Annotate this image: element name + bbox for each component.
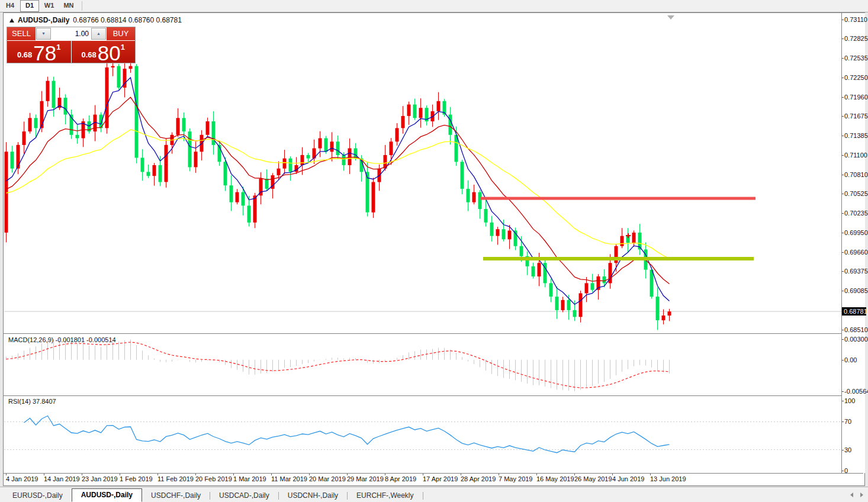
price-axis-label: 0.72250 [844,74,868,81]
rsi-levels [4,421,841,449]
macd-histogram [7,339,670,391]
date-axis-label: 29 Mar 2019 [347,475,384,482]
date-axis-label: 26 May 2019 [574,475,612,482]
chart-shift-icon[interactable] [667,15,674,20]
macd-axis-label: 0.003003 [844,336,868,343]
volume-stepper: ▼ ▲ [36,27,107,40]
date-axis-label: 4 Jan 2019 [6,475,38,482]
date-axis[interactable]: 4 Jan 201914 Jan 201923 Jan 20191 Feb 20… [4,474,841,485]
candle-bodies [5,66,671,320]
price-axis-label: 0.71385 [844,132,868,139]
chart-symbol-title: AUDUSD-,Daily [18,16,69,24]
buy-price-button[interactable]: 0.68 80 1 [72,41,136,63]
price-axis-label: 0.73110 [844,16,867,23]
macd-canvas[interactable] [4,334,841,395]
rsi-axis-label: 100 [844,397,855,404]
date-axis-label: 20 Feb 2019 [195,475,232,482]
tab-usdcad-daily[interactable]: USDCAD-,Daily [210,490,278,502]
volume-increase-icon[interactable]: ▲ [91,28,106,40]
rsi-axis-label: 0 [844,467,848,474]
price-axis-label: 0.71675 [844,112,868,120]
buy-price-prefix: 0.68 [82,50,97,59]
chart-tab-bar: EURUSD-,Daily AUDUSD-,Daily USDCHF-,Dail… [0,487,868,502]
timeframe-h4[interactable]: H4 [1,0,20,12]
date-axis-label: 8 Apr 2019 [385,475,416,482]
sell-price-prefix: 0.68 [17,50,32,59]
price-axis-label: 0.69085 [844,287,868,294]
price-axis-label: 0.70525 [844,190,868,197]
price-axis[interactable]: 0.003003 0.00 -0.005648 100 70 30 0 0.73… [841,13,865,473]
toolbar-divider [82,1,82,11]
sell-price-big: 78 [33,45,56,61]
collapse-arrow-icon[interactable] [9,18,14,22]
buy-price-big: 80 [98,45,121,61]
date-axis-label: 17 Apr 2019 [423,475,458,482]
price-axis-label: 0.71960 [844,94,868,101]
rsi-canvas[interactable] [4,396,841,473]
tab-scroll-right-icon[interactable] [860,493,863,497]
tab-audusd-daily[interactable]: AUDUSD-,Daily [72,488,142,502]
date-axis-label: 16 May 2019 [536,475,574,482]
date-axis-label: 4 Jun 2019 [612,475,644,482]
macd-axis-label: 0.00 [844,356,857,363]
date-axis-label: 11 Feb 2019 [157,475,194,482]
buy-price-pip: 1 [121,43,125,52]
timeframe-w1[interactable]: W1 [40,0,59,12]
date-axis-label: 11 Mar 2019 [271,475,307,482]
macd-axis-label: -0.005648 [844,388,868,395]
sell-button[interactable]: SELL [7,27,36,40]
date-axis-label: 13 Jun 2019 [650,475,686,482]
price-axis-label: 0.72825 [844,35,868,42]
rsi-line [24,416,670,453]
price-axis-label: 0.70810 [844,171,868,178]
pane-splitter[interactable] [4,333,863,334]
volume-decrease-icon[interactable]: ▼ [36,28,51,40]
date-axis-label: 23 Jan 2019 [82,475,118,482]
sell-price-button[interactable]: 0.68 78 1 [7,41,72,63]
date-axis-label: 14 Jan 2019 [44,475,80,482]
date-axis-label: 1 Feb 2019 [120,475,153,482]
rsi-axis-label: 70 [844,418,851,425]
price-axis-label: 0.72535 [844,54,868,62]
macd-indicator-label: MACD(12,26,9) -0.001801 -0.000514 [8,336,116,343]
rsi-indicator-label: RSI(14) 37.8407 [8,398,56,405]
one-click-trading-panel: SELL ▼ ▲ BUY 0.68 78 1 0.68 80 1 [7,27,135,63]
volume-input[interactable] [51,28,91,40]
date-axis-label: 7 May 2019 [499,475,532,482]
trading-app: H4 D1 W1 MN AUDUSD-,Daily 0.68766 0.6881… [0,0,868,502]
price-axis-label: 0.69375 [844,268,868,275]
chart-ohlc-values: 0.68766 0.68814 0.68760 0.68781 [73,16,182,24]
date-axis-label: 1 Mar 2019 [233,475,266,482]
buy-button[interactable]: BUY [107,27,135,40]
timeframe-mn[interactable]: MN [59,0,78,12]
date-axis-label: 28 Apr 2019 [461,475,496,482]
price-axis-label: 0.69660 [844,249,868,256]
tab-usdchf-daily[interactable]: USDCHF-,Daily [142,490,210,502]
date-axis-label: 20 Mar 2019 [309,475,346,482]
price-axis-label: 0.68510 [844,326,868,333]
tab-scroll-controls [850,493,863,497]
current-price-tag: 0.68781 [842,307,866,316]
chart-title-row: AUDUSD-,Daily 0.68766 0.68814 0.68760 0.… [9,16,182,24]
tab-eurchf-weekly[interactable]: EURCHF-,Weekly [348,490,422,502]
tab-eurusd-daily[interactable]: EURUSD-,Daily [4,490,72,502]
timeframe-d1[interactable]: D1 [20,0,39,12]
tab-usdcnh-daily[interactable]: USDCNH-,Daily [279,490,347,502]
sell-price-pip: 1 [56,43,60,52]
tab-separator [423,492,423,500]
price-axis-label: 0.69950 [844,229,868,236]
chart-window: AUDUSD-,Daily 0.68766 0.68814 0.68760 0.… [3,12,865,486]
price-axis-label: 0.70235 [844,210,868,217]
macd-signal-line [7,342,670,388]
rsi-axis-label: 30 [844,446,851,453]
price-axis-label: 0.71100 [844,152,867,159]
tab-scroll-left-icon[interactable] [850,493,853,497]
timeframe-toolbar: H4 D1 W1 MN [0,0,868,12]
